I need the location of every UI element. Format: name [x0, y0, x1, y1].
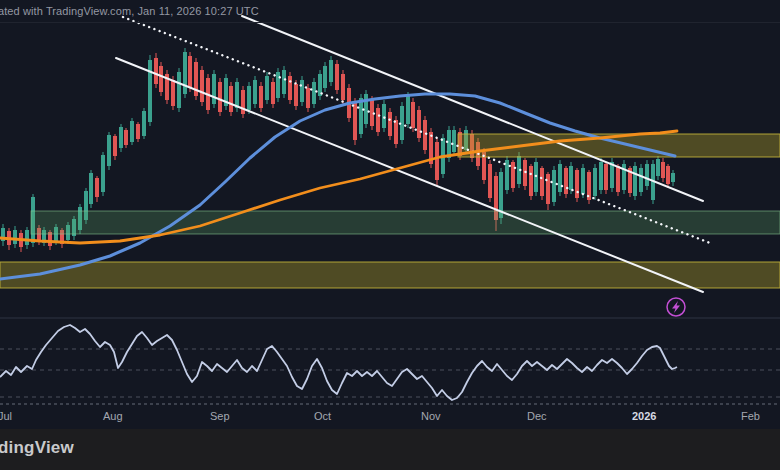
x-axis-label: Jul — [0, 410, 12, 422]
attribution-bar: ated with TradingView.com, Jan 11, 2026 … — [0, 0, 780, 23]
x-axis-label: Aug — [103, 410, 123, 422]
channel-mid-dotted-line — [123, 17, 710, 243]
x-axis: Jul Aug Sep Oct Nov Dec 2026 Feb — [0, 404, 780, 429]
x-axis-label: Feb — [741, 410, 760, 422]
channel-top-line — [242, 16, 703, 201]
boost-icon[interactable] — [667, 298, 685, 316]
channel-bottom-line — [116, 58, 703, 292]
attribution-text: ated with TradingView.com, Jan 11, 2026 … — [0, 5, 259, 17]
x-axis-label: Dec — [527, 410, 547, 422]
rsi-line — [0, 325, 677, 400]
x-axis-label: 2026 — [632, 410, 656, 422]
chart-canvas[interactable] — [0, 0, 780, 470]
x-axis-label: Nov — [421, 410, 441, 422]
tradingview-chart: ated with TradingView.com, Jan 11, 2026 … — [0, 0, 780, 470]
support-green-zone — [31, 211, 780, 234]
x-axis-label: Sep — [210, 410, 230, 422]
x-axis-label: Oct — [314, 410, 331, 422]
tradingview-watermark: dingView — [0, 438, 74, 458]
page-background-strip: dingView — [0, 429, 780, 470]
